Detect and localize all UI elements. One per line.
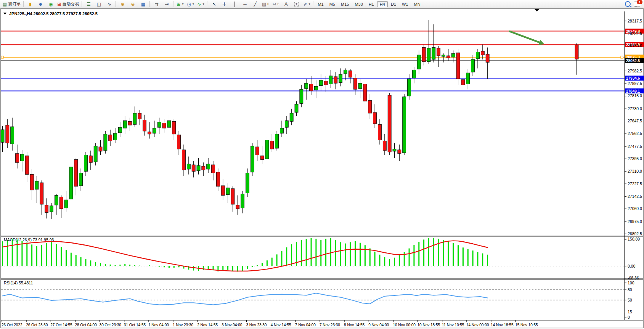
macd-tick-label: 150.89 bbox=[628, 237, 640, 241]
cursor-tool[interactable]: ↖ bbox=[209, 1, 219, 8]
price-badge-label: 27849.1 bbox=[626, 89, 640, 93]
line-anchor[interactable] bbox=[1, 56, 3, 58]
trendline-tool[interactable]: ╱ bbox=[250, 1, 260, 8]
macd-histogram-bar bbox=[124, 264, 125, 266]
macd-histogram-bar bbox=[330, 238, 331, 266]
navigator-button[interactable]: ☻ bbox=[35, 1, 45, 8]
candle-up bbox=[451, 53, 455, 57]
macd-histogram-bar bbox=[262, 263, 263, 266]
toolbar-right: 1 bbox=[625, 1, 642, 7]
candle-down bbox=[216, 172, 220, 186]
tf-w1[interactable]: W1 bbox=[399, 1, 411, 7]
horizontal-line-icon: ─ bbox=[243, 2, 247, 6]
new-order-icon: ▤ bbox=[3, 2, 7, 6]
label-tool[interactable]: T bbox=[291, 1, 301, 8]
candle-down bbox=[363, 84, 367, 101]
trendline-icon: ╱ bbox=[254, 2, 257, 6]
tile-windows-button[interactable]: ▦ bbox=[138, 1, 148, 8]
separator bbox=[82, 1, 82, 7]
time-label: 9 Nov 04:00 bbox=[368, 323, 389, 327]
autotrade-button[interactable]: ⊞ 自动交易 bbox=[56, 1, 80, 8]
macd-histogram-bar bbox=[169, 266, 170, 268]
candle-down bbox=[255, 147, 259, 155]
tf-h1[interactable]: H1 bbox=[366, 1, 377, 7]
candle-down bbox=[368, 101, 372, 113]
chart-shift-button[interactable]: ⇥ bbox=[162, 1, 172, 8]
macd-histogram-bar bbox=[271, 258, 273, 266]
candle-up bbox=[329, 76, 332, 84]
tf-m5[interactable]: M5 bbox=[327, 1, 338, 7]
time-label: 15 Nov 10:55 bbox=[515, 323, 538, 327]
period-button[interactable]: ◷▾ bbox=[185, 1, 195, 8]
crosshair-icon: ✛ bbox=[222, 2, 226, 6]
tf-m15[interactable]: M15 bbox=[338, 1, 352, 7]
macd-histogram-bar bbox=[409, 249, 410, 266]
chat-icon[interactable]: 1 bbox=[634, 2, 640, 7]
zoom-in-icon: ⊕ bbox=[120, 2, 124, 6]
signal-icon: ◉ bbox=[49, 2, 53, 6]
bar-chart-button[interactable]: ☰ bbox=[84, 1, 93, 8]
candle-down bbox=[481, 51, 484, 55]
tf-m1[interactable]: M1 bbox=[315, 1, 326, 7]
macd-histogram-bar bbox=[374, 252, 376, 266]
tf-mn[interactable]: MN bbox=[411, 1, 423, 7]
price-tick-label: 27982.5 bbox=[628, 69, 642, 73]
candle-up bbox=[412, 70, 416, 78]
price-tick-label: 27142.5 bbox=[628, 194, 642, 199]
time-label: 28 Oct 04:00 bbox=[75, 323, 97, 327]
tf-m30[interactable]: M30 bbox=[352, 1, 365, 7]
price-tick-label: 27060.0 bbox=[628, 206, 642, 211]
chart-area[interactable]: 28249.828158.928075.328052.527934.627849… bbox=[0, 0, 644, 329]
zoom-in-button[interactable]: ⊕ bbox=[117, 1, 127, 8]
signals-button[interactable]: ◉ bbox=[46, 1, 56, 8]
candle-up bbox=[393, 149, 396, 151]
candle-up bbox=[275, 134, 279, 148]
candlestick-button[interactable]: ◫ bbox=[94, 1, 104, 8]
price-tick-label: 27815.0 bbox=[628, 93, 642, 98]
search-icon[interactable] bbox=[625, 1, 631, 7]
macd-histogram-bar bbox=[472, 250, 474, 266]
hline-tool[interactable]: ─ bbox=[240, 1, 250, 8]
candle-down bbox=[221, 186, 225, 195]
indicators-button[interactable]: ∿▾ bbox=[196, 1, 206, 8]
crosshair-tool[interactable]: ✛ bbox=[219, 1, 229, 8]
separator bbox=[149, 1, 150, 7]
candle-up bbox=[471, 59, 475, 72]
tf-h4-active[interactable]: H4 bbox=[377, 1, 388, 7]
zoom-out-button[interactable]: ⊖ bbox=[128, 1, 138, 8]
macd-histogram-bar bbox=[389, 259, 390, 266]
arrows-tool[interactable]: ⇗▾ bbox=[302, 1, 312, 8]
market-watch-button[interactable]: ▮ bbox=[25, 1, 35, 8]
auto-scroll-button[interactable]: ⇉ bbox=[151, 1, 161, 8]
macd-histogram-bar bbox=[149, 265, 150, 266]
indicator-icon: ∿ bbox=[197, 2, 201, 6]
time-label: 30 Oct 23:30 bbox=[100, 323, 122, 327]
text-tool[interactable]: A bbox=[281, 1, 291, 8]
macd-histogram-bar bbox=[340, 242, 341, 266]
vline-tool[interactable]: │ bbox=[230, 1, 239, 8]
candle-down bbox=[143, 120, 146, 131]
new-chart-button[interactable]: ⊞▾ bbox=[175, 1, 185, 8]
macd-histogram-bar bbox=[139, 266, 140, 266]
macd-histogram-bar bbox=[193, 266, 194, 271]
macd-histogram-bar bbox=[369, 249, 371, 266]
candle-down bbox=[148, 132, 151, 134]
candle-up bbox=[280, 128, 283, 133]
macd-histogram-bar bbox=[110, 265, 111, 266]
candle-up bbox=[114, 133, 117, 140]
macd-histogram-bar bbox=[413, 245, 414, 266]
fibonacci-tool[interactable]: ∺F bbox=[271, 1, 281, 8]
time-label: 26 Oct 23:30 bbox=[26, 323, 48, 327]
channel-tool[interactable]: ▨E bbox=[260, 1, 270, 8]
price-tick-label: 27647.5 bbox=[628, 119, 642, 123]
macd-histogram-bar bbox=[159, 266, 160, 266]
line-chart-button[interactable]: ∿ bbox=[104, 1, 114, 8]
new-order-button[interactable]: ▤ 新订单 bbox=[2, 1, 22, 8]
macd-histogram-bar bbox=[281, 251, 282, 266]
line-anchor[interactable] bbox=[621, 56, 623, 58]
person-icon: ☻ bbox=[38, 2, 43, 6]
candle-down bbox=[378, 124, 381, 140]
macd-histogram-bar bbox=[17, 239, 18, 266]
candle-up bbox=[153, 128, 156, 133]
tf-d1[interactable]: D1 bbox=[388, 1, 399, 7]
